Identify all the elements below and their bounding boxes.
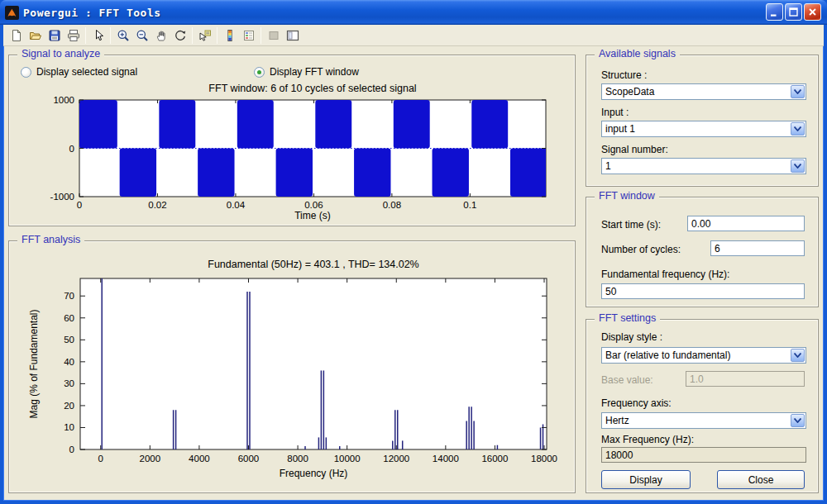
svg-text:FFT window: 6 of 10 cycles of: FFT window: 6 of 10 cycles of selected s… (208, 83, 416, 94)
svg-text:8000: 8000 (287, 454, 308, 464)
new-file-icon[interactable] (7, 26, 26, 45)
radio-display-selected-signal[interactable]: Display selected signal (21, 66, 137, 78)
fft-analysis-group: FFT analysis Fundamental (50Hz) = 403.1 … (8, 240, 576, 493)
minimize-button[interactable] (766, 3, 783, 21)
chevron-down-icon[interactable] (791, 349, 805, 362)
start-time-label: Start time (s): (601, 219, 661, 231)
toolbar-separator (261, 27, 261, 44)
radio-display-fft-window[interactable]: Display FFT window (254, 66, 359, 78)
svg-text:1000: 1000 (53, 95, 74, 105)
svg-text:Time (s): Time (s) (294, 210, 331, 221)
svg-text:20: 20 (64, 401, 74, 411)
signal-to-analyze-legend: Signal to analyze (17, 48, 104, 59)
window-title: Powergui : FFT Tools (23, 7, 161, 19)
number-of-cycles-label: Number of cycles: (601, 244, 681, 255)
start-time-field[interactable] (687, 216, 805, 231)
print-icon[interactable] (64, 26, 83, 45)
hide-plot-tools-icon (264, 26, 283, 45)
svg-text:Mag (% of Fundamental): Mag (% of Fundamental) (28, 309, 40, 418)
available-signals-legend: Available signals (595, 48, 680, 59)
signal-plot: FFT window: 6 of 10 cycles of selected s… (16, 80, 570, 222)
svg-text:Frequency (Hz): Frequency (Hz) (280, 468, 348, 479)
svg-text:40: 40 (64, 357, 74, 367)
chevron-down-icon[interactable] (791, 122, 805, 136)
svg-text:10: 10 (64, 422, 74, 432)
title-bar[interactable]: Powergui : FFT Tools (0, 0, 827, 25)
svg-text:0.04: 0.04 (227, 200, 246, 210)
zoom-out-icon[interactable] (132, 26, 151, 45)
figure-toolbar (3, 25, 824, 46)
frequency-axis-dropdown[interactable]: Hertz (601, 412, 806, 429)
insert-legend-icon[interactable] (239, 26, 258, 45)
chevron-down-icon[interactable] (791, 159, 805, 173)
svg-text:2000: 2000 (140, 454, 161, 464)
svg-text:0: 0 (69, 144, 74, 154)
close-action-button[interactable]: Close (717, 470, 805, 489)
fft-spectrum-plot: Fundamental (50Hz) = 403.1 , THD= 134.02… (16, 251, 570, 491)
show-plot-tools-icon[interactable] (283, 26, 302, 45)
data-cursor-icon[interactable] (195, 26, 214, 45)
number-of-cycles-field[interactable] (710, 240, 805, 256)
svg-text:10000: 10000 (334, 454, 361, 464)
display-style-label: Display style : (601, 331, 662, 343)
svg-text:Fundamental (50Hz) = 403.1 , T: Fundamental (50Hz) = 403.1 , THD= 134.02… (208, 259, 418, 270)
svg-text:70: 70 (64, 291, 74, 301)
edit-plot-pointer-icon[interactable] (88, 26, 108, 45)
zoom-in-icon[interactable] (113, 26, 132, 45)
rotate-3d-icon[interactable] (170, 26, 189, 45)
svg-text:60: 60 (64, 313, 74, 323)
svg-text:0.02: 0.02 (148, 200, 166, 210)
svg-text:0: 0 (69, 445, 74, 454)
save-icon[interactable] (45, 26, 64, 45)
svg-text:6000: 6000 (238, 454, 260, 464)
structure-dropdown[interactable]: ScopeData (601, 83, 806, 100)
toolbar-separator (110, 27, 111, 44)
chevron-down-icon[interactable] (791, 85, 805, 98)
svg-text:4000: 4000 (189, 454, 210, 464)
display-button[interactable]: Display (601, 470, 691, 489)
powergui-fft-tools-window: Powergui : FFT Tools (0, 0, 827, 504)
toolbar-separator (85, 27, 86, 44)
svg-text:30: 30 (64, 378, 74, 388)
svg-text:14000: 14000 (433, 454, 459, 464)
max-frequency-label: Max Frequency (Hz): (601, 434, 694, 445)
toolbar-separator (192, 27, 193, 44)
svg-text:16000: 16000 (481, 454, 508, 464)
radio-circle-selected-icon[interactable] (254, 67, 265, 78)
input-dropdown[interactable]: input 1 (601, 121, 806, 137)
open-file-icon[interactable] (26, 26, 45, 45)
input-label: Input : (601, 107, 629, 118)
signal-number-dropdown[interactable]: 1 (601, 158, 806, 174)
fft-analysis-legend: FFT analysis (17, 234, 84, 245)
signal-number-label: Signal number: (601, 144, 668, 155)
available-signals-group: Available signals Structure : ScopeData … (586, 55, 819, 187)
max-frequency-field[interactable] (601, 447, 806, 463)
frequency-axis-label: Frequency axis: (601, 397, 672, 409)
close-button[interactable] (804, 3, 821, 21)
base-value-label: Base value: (601, 374, 653, 386)
fundamental-frequency-field[interactable] (601, 283, 805, 299)
svg-text:-1000: -1000 (50, 192, 74, 202)
chevron-down-icon[interactable] (791, 414, 805, 427)
insert-colorbar-icon[interactable] (220, 26, 239, 45)
svg-text:18000: 18000 (531, 454, 557, 464)
fft-settings-group: FFT settings Display style : Bar (relati… (586, 319, 819, 493)
svg-text:50: 50 (64, 335, 74, 345)
signal-to-analyze-group: Signal to analyze Display selected signa… (8, 55, 576, 226)
matlab-logo-icon (5, 6, 19, 20)
toolbar-separator (217, 27, 218, 44)
base-value-field (686, 371, 805, 387)
fft-window-group: FFT window Start time (s): Number of cyc… (586, 197, 819, 307)
fft-settings-legend: FFT settings (595, 312, 660, 324)
svg-text:12000: 12000 (383, 454, 409, 464)
pan-hand-icon[interactable] (151, 26, 170, 45)
svg-text:0.1: 0.1 (463, 200, 476, 210)
svg-text:0.06: 0.06 (304, 200, 323, 210)
fundamental-frequency-label: Fundamental frequency (Hz): (601, 269, 729, 280)
radio-circle-icon[interactable] (21, 67, 31, 78)
structure-label: Structure : (601, 69, 647, 81)
svg-text:0: 0 (77, 200, 82, 210)
maximize-button[interactable] (785, 3, 802, 21)
display-style-dropdown[interactable]: Bar (relative to fundamental) (601, 347, 806, 364)
fft-window-legend: FFT window (595, 190, 659, 202)
